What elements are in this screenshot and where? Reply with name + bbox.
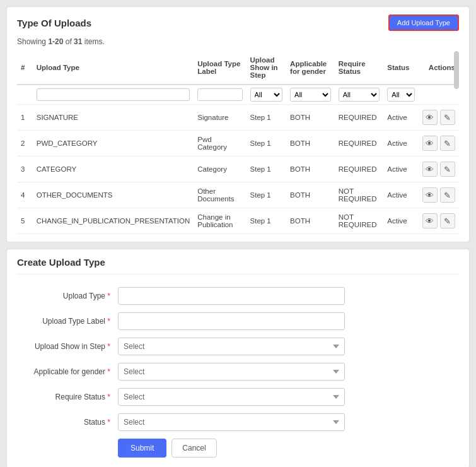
uploads-table: # Upload Type Upload Type Label Upload S… [17, 51, 459, 234]
filter-step-select[interactable]: All [250, 88, 283, 102]
cell-upload-show-in-step: Step 1 [247, 105, 287, 131]
col-hash: # [17, 51, 33, 85]
view-icon[interactable]: 👁 [422, 187, 438, 203]
cell-upload-type: SIGNATURE [33, 105, 194, 131]
filter-upload-type-label-input[interactable] [197, 88, 242, 101]
cell-upload-show-in-step: Step 1 [247, 208, 287, 234]
col-status: Status [383, 51, 419, 85]
table-header-row: # Upload Type Upload Type Label Upload S… [17, 51, 459, 85]
upload-type-input[interactable] [118, 287, 345, 305]
applicable-for-gender-select[interactable]: Select BOTH MALE FEMALE [118, 363, 345, 381]
filter-require-status-select[interactable]: All [339, 88, 380, 102]
top-panel: Type Of Uploads Add Upload Type Showing … [6, 6, 470, 242]
label-status: Status * [17, 413, 118, 427]
require-status-select[interactable]: Select REQUIRED NOT REQUIRED [118, 388, 345, 406]
cell-require-status: REQUIRED [335, 105, 384, 131]
cell-upload-type-label: Pwd Category [194, 131, 246, 157]
filter-upload-type[interactable] [33, 85, 194, 105]
upload-show-in-step-select[interactable]: Select Step 1 Step 2 [118, 338, 345, 355]
upload-type-label-input[interactable] [118, 312, 345, 330]
cell-actions: 👁 ✎ [419, 182, 459, 208]
filter-applicable-for-gender[interactable]: All [286, 85, 335, 105]
cell-id: 1 [17, 105, 33, 131]
cell-require-status: NOT REQUIRED [335, 208, 384, 234]
input-wrapper-upload-show-in-step: Select Step 1 Step 2 [118, 338, 345, 355]
cell-upload-type-label: Other Documents [194, 182, 246, 208]
create-form: Upload Type * Upload Type Label * Upload… [17, 285, 459, 460]
table-wrapper: # Upload Type Upload Type Label Upload S… [17, 51, 459, 234]
cell-require-status: NOT REQUIRED [335, 182, 384, 208]
cell-upload-type-label: Signature [194, 105, 246, 131]
table-row: 3 CATEGORY Category Step 1 BOTH REQUIRED… [17, 157, 459, 182]
form-row-require-status: Require Status * Select REQUIRED NOT REQ… [17, 388, 459, 406]
filter-status-select[interactable]: All [387, 88, 415, 102]
filter-status[interactable]: All [383, 85, 419, 105]
form-row-upload-show-in-step: Upload Show in Step * Select Step 1 Step… [17, 338, 459, 355]
filter-upload-type-input[interactable] [37, 88, 190, 101]
cell-applicable-for-gender: BOTH [286, 105, 335, 131]
cell-id: 2 [17, 131, 33, 157]
table-row: 1 SIGNATURE Signature Step 1 BOTH REQUIR… [17, 105, 459, 131]
edit-icon[interactable]: ✎ [440, 213, 455, 228]
label-upload-show-in-step: Upload Show in Step * [17, 338, 118, 351]
cell-upload-type: CATEGORY [33, 157, 194, 182]
view-icon[interactable]: 👁 [422, 162, 438, 177]
cell-require-status: REQUIRED [335, 157, 384, 182]
input-wrapper-status: Select Active Inactive [118, 413, 345, 431]
cell-upload-type: OTHER_DOCUMENTS [33, 182, 194, 208]
edit-icon[interactable]: ✎ [440, 110, 455, 125]
cell-upload-show-in-step: Step 1 [247, 131, 287, 157]
form-row-upload-type-label: Upload Type Label * [17, 312, 459, 330]
cell-status: Active [383, 105, 419, 131]
table-row: 5 CHANGE_IN_PUBLICATION_PRESENTATION Cha… [17, 208, 459, 234]
cell-upload-show-in-step: Step 1 [247, 157, 287, 182]
table-row: 2 PWD_CATEGORY Pwd Category Step 1 BOTH … [17, 131, 459, 157]
create-panel: Create Upload Type Upload Type * Upload … [6, 249, 470, 467]
col-upload-type: Upload Type [33, 51, 194, 85]
cell-applicable-for-gender: BOTH [286, 208, 335, 234]
create-panel-header: Create Upload Type [17, 257, 459, 268]
cell-status: Active [383, 208, 419, 234]
col-upload-show-in-step: Upload Show in Step [247, 51, 287, 85]
submit-button[interactable]: Submit [118, 439, 166, 458]
edit-icon[interactable]: ✎ [440, 162, 455, 177]
view-icon[interactable]: 👁 [422, 213, 438, 228]
showing-text: Showing 1-20 of 31 items. [17, 37, 459, 46]
status-select[interactable]: Select Active Inactive [118, 413, 345, 431]
cancel-button[interactable]: Cancel [171, 439, 216, 458]
cell-applicable-for-gender: BOTH [286, 182, 335, 208]
cell-actions: 👁 ✎ [419, 105, 459, 131]
col-require-status: Require Status [335, 51, 384, 85]
label-require-status: Require Status * [17, 388, 118, 401]
add-upload-type-button[interactable]: Add Upload Type [388, 15, 459, 31]
filter-require-status[interactable]: All [335, 85, 384, 105]
view-icon[interactable]: 👁 [422, 110, 438, 125]
filter-upload-show-in-step[interactable]: All [247, 85, 287, 105]
cell-status: Active [383, 157, 419, 182]
cell-upload-type-label: Change in Publication [194, 208, 246, 234]
input-wrapper-applicable-for-gender: Select BOTH MALE FEMALE [118, 363, 345, 381]
cell-status: Active [383, 182, 419, 208]
scrollbar[interactable] [454, 51, 459, 89]
label-upload-type: Upload Type * [17, 287, 118, 300]
filter-upload-type-label[interactable] [194, 85, 246, 105]
cell-upload-type: CHANGE_IN_PUBLICATION_PRESENTATION [33, 208, 194, 234]
view-icon[interactable]: 👁 [422, 136, 438, 151]
cell-applicable-for-gender: BOTH [286, 157, 335, 182]
col-upload-type-label: Upload Type Label [194, 51, 246, 85]
filter-gender-select[interactable]: All [290, 88, 331, 102]
cell-id: 5 [17, 208, 33, 234]
cell-status: Active [383, 131, 419, 157]
label-upload-type-label: Upload Type Label * [17, 312, 118, 326]
input-wrapper-upload-type-label [118, 312, 345, 330]
cell-upload-type: PWD_CATEGORY [33, 131, 194, 157]
cell-actions: 👁 ✎ [419, 208, 459, 234]
form-buttons: Submit Cancel [118, 439, 459, 458]
edit-icon[interactable]: ✎ [440, 136, 455, 151]
table-row: 4 OTHER_DOCUMENTS Other Documents Step 1… [17, 182, 459, 208]
form-row-status: Status * Select Active Inactive [17, 413, 459, 431]
input-wrapper-upload-type [118, 287, 345, 305]
form-row-applicable-for-gender: Applicable for gender * Select BOTH MALE… [17, 363, 459, 381]
filter-hash [17, 85, 33, 105]
edit-icon[interactable]: ✎ [440, 187, 455, 203]
